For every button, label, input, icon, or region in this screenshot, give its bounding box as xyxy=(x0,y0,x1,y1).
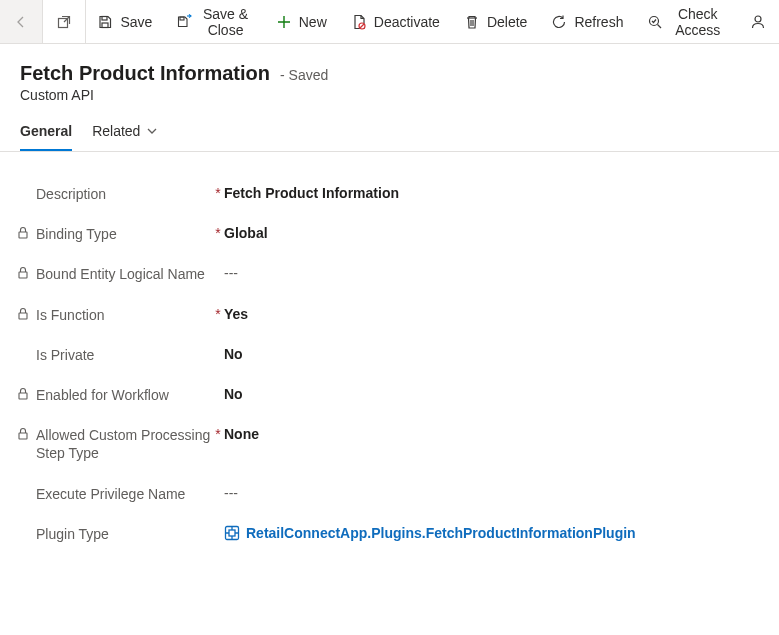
field-value[interactable]: No xyxy=(224,346,243,362)
field-label: Binding Type xyxy=(36,225,117,243)
lock-icon xyxy=(16,266,30,280)
lock-icon xyxy=(16,427,30,441)
svg-rect-13 xyxy=(229,530,235,536)
field-label: Is Function xyxy=(36,306,104,324)
tab-general-label: General xyxy=(20,123,72,139)
field-binding-type: Binding Type * Global xyxy=(16,214,761,254)
lock-icon xyxy=(16,387,30,401)
lock-icon xyxy=(16,226,30,240)
deactivate-button[interactable]: Deactivate xyxy=(339,0,452,43)
tab-general[interactable]: General xyxy=(20,123,72,151)
delete-button[interactable]: Delete xyxy=(452,0,539,43)
required-indicator: * xyxy=(212,426,224,442)
field-execute-privilege: Execute Privilege Name --- xyxy=(16,474,761,514)
svg-rect-1 xyxy=(102,16,107,20)
svg-rect-10 xyxy=(19,393,27,399)
field-label: Execute Privilege Name xyxy=(36,485,185,503)
field-bound-entity: Bound Entity Logical Name --- xyxy=(16,254,761,294)
save-close-button[interactable]: Save & Close xyxy=(164,0,263,43)
page-title: Fetch Product Information xyxy=(20,62,270,85)
check-access-icon xyxy=(647,14,663,30)
field-value[interactable]: Fetch Product Information xyxy=(224,185,399,201)
svg-rect-2 xyxy=(102,23,108,28)
required-indicator: * xyxy=(212,225,224,241)
chevron-down-icon xyxy=(146,125,158,137)
field-is-private: Is Private No xyxy=(16,335,761,375)
new-button[interactable]: New xyxy=(264,0,339,43)
trash-icon xyxy=(464,14,480,30)
check-access-button[interactable]: Check Access xyxy=(635,0,737,43)
deactivate-label: Deactivate xyxy=(374,14,440,30)
delete-label: Delete xyxy=(487,14,527,30)
field-value[interactable]: None xyxy=(224,426,259,442)
field-enabled-workflow: Enabled for Workflow No xyxy=(16,375,761,415)
new-label: New xyxy=(299,14,327,30)
popout-icon xyxy=(56,14,72,30)
person-icon xyxy=(750,14,766,30)
field-label: Description xyxy=(36,185,106,203)
back-arrow-icon xyxy=(13,14,29,30)
svg-rect-7 xyxy=(19,232,27,238)
plus-icon xyxy=(276,14,292,30)
field-is-function: Is Function * Yes xyxy=(16,295,761,335)
form-body: Description * Fetch Product Information … xyxy=(0,152,779,564)
refresh-icon xyxy=(551,14,567,30)
save-close-label: Save & Close xyxy=(199,6,251,38)
check-access-label: Check Access xyxy=(670,6,725,38)
lock-icon xyxy=(16,307,30,321)
tab-related-label: Related xyxy=(92,123,140,139)
saved-status-badge: - Saved xyxy=(280,67,328,83)
refresh-label: Refresh xyxy=(574,14,623,30)
save-label: Save xyxy=(120,14,152,30)
field-value[interactable]: --- xyxy=(224,265,238,281)
field-allowed-step-type: Allowed Custom Processing Step Type * No… xyxy=(16,415,761,473)
required-indicator: * xyxy=(212,185,224,201)
svg-rect-9 xyxy=(19,313,27,319)
svg-rect-3 xyxy=(180,17,184,20)
field-label: Plugin Type xyxy=(36,525,109,543)
command-bar: Save Save & Close New Deactivate Delete … xyxy=(0,0,779,44)
svg-point-6 xyxy=(755,16,761,22)
field-label: Bound Entity Logical Name xyxy=(36,265,205,283)
required-indicator: * xyxy=(212,306,224,322)
form-tabs: General Related xyxy=(0,113,779,152)
entity-lookup-icon xyxy=(224,525,240,541)
field-label: Enabled for Workflow xyxy=(36,386,169,404)
deactivate-icon xyxy=(351,14,367,30)
plugin-type-value: RetailConnectApp.Plugins.FetchProductInf… xyxy=(246,525,636,541)
refresh-button[interactable]: Refresh xyxy=(539,0,635,43)
save-close-icon xyxy=(176,14,192,30)
field-description: Description * Fetch Product Information xyxy=(16,174,761,214)
field-label: Allowed Custom Processing Step Type xyxy=(36,426,212,462)
field-plugin-type: Plugin Type RetailConnectApp.Plugins.Fet… xyxy=(16,514,761,554)
assign-button[interactable] xyxy=(737,0,779,43)
field-value[interactable]: Yes xyxy=(224,306,248,322)
field-value[interactable]: No xyxy=(224,386,243,402)
form-header: Fetch Product Information - Saved Custom… xyxy=(0,44,779,113)
plugin-type-lookup[interactable]: RetailConnectApp.Plugins.FetchProductInf… xyxy=(224,525,636,541)
field-value[interactable]: --- xyxy=(224,485,238,501)
field-label: Is Private xyxy=(36,346,94,364)
svg-rect-11 xyxy=(19,433,27,439)
open-new-window-button[interactable] xyxy=(43,0,85,43)
tab-related[interactable]: Related xyxy=(92,123,158,151)
entity-type-label: Custom API xyxy=(20,87,759,103)
svg-rect-8 xyxy=(19,272,27,278)
save-button[interactable]: Save xyxy=(85,0,164,43)
field-value[interactable]: Global xyxy=(224,225,268,241)
save-icon xyxy=(97,14,113,30)
back-button[interactable] xyxy=(0,0,42,43)
